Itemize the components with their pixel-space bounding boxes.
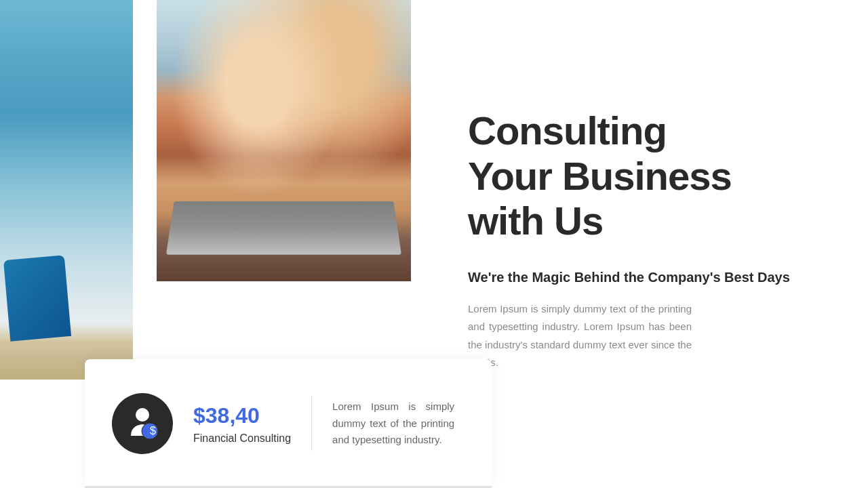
svg-text:$: $ xyxy=(150,425,156,436)
svg-rect-2 xyxy=(0,41,133,176)
svg-point-35 xyxy=(330,79,336,87)
svg-rect-9 xyxy=(31,230,40,264)
svg-rect-3 xyxy=(14,54,68,95)
svg-point-7 xyxy=(0,79,58,245)
svg-rect-21 xyxy=(184,169,387,203)
heading-line1: Consulting xyxy=(468,108,667,152)
svg-point-27 xyxy=(261,81,283,129)
svg-rect-4 xyxy=(75,68,122,95)
left-section: $ $38,40 Financial Consulting Lorem Ipsu… xyxy=(0,0,414,488)
svg-rect-5 xyxy=(0,258,133,278)
svg-point-29 xyxy=(255,96,262,104)
card-divider xyxy=(311,396,312,451)
svg-rect-14 xyxy=(157,0,411,281)
stats-card: $ $38,40 Financial Consulting Lorem Ipsu… xyxy=(85,359,492,488)
svg-point-22 xyxy=(218,102,285,210)
card-text-content: $38,40 Financial Consulting xyxy=(193,403,291,445)
svg-rect-36 xyxy=(211,193,326,268)
svg-point-24 xyxy=(224,64,279,125)
svg-rect-0 xyxy=(0,0,133,380)
main-office-photo xyxy=(157,0,411,281)
icon-container: $ xyxy=(112,393,173,454)
svg-rect-38 xyxy=(218,200,319,258)
svg-rect-1 xyxy=(0,0,133,190)
svg-rect-37 xyxy=(214,197,323,261)
body-paragraph: Lorem Ipsum is simply dummy text of the … xyxy=(468,300,692,371)
sub-heading: We're the Magic Behind the Company's Bes… xyxy=(468,268,827,287)
svg-point-25 xyxy=(223,64,280,105)
svg-rect-18 xyxy=(306,41,333,95)
card-description-text: Lorem Ipsum is simply dummy text of the … xyxy=(332,399,454,449)
svg-point-40 xyxy=(136,408,149,422)
svg-rect-20 xyxy=(191,197,380,251)
svg-point-34 xyxy=(316,79,323,87)
financial-consulting-icon: $ xyxy=(124,405,161,443)
heading-line2: Your Business xyxy=(468,154,732,198)
svg-point-26 xyxy=(219,75,243,129)
svg-point-23 xyxy=(221,115,282,210)
svg-point-32 xyxy=(296,45,356,83)
heading-line3: with Us xyxy=(468,199,603,243)
svg-rect-10 xyxy=(7,264,102,332)
main-heading: Consulting Your Business with Us xyxy=(468,108,827,244)
svg-rect-16 xyxy=(292,54,374,95)
svg-point-33 xyxy=(299,41,353,68)
svg-point-8 xyxy=(19,241,49,261)
svg-rect-39 xyxy=(208,264,333,272)
svg-point-28 xyxy=(241,96,248,104)
card-service-label: Financial Consulting xyxy=(193,432,291,445)
svg-point-30 xyxy=(285,88,367,210)
price-display: $38,40 xyxy=(193,403,291,428)
svg-point-31 xyxy=(298,45,355,110)
svg-rect-15 xyxy=(157,0,411,149)
svg-rect-17 xyxy=(184,68,252,102)
svg-rect-19 xyxy=(157,217,411,281)
background-image-left xyxy=(0,0,133,380)
